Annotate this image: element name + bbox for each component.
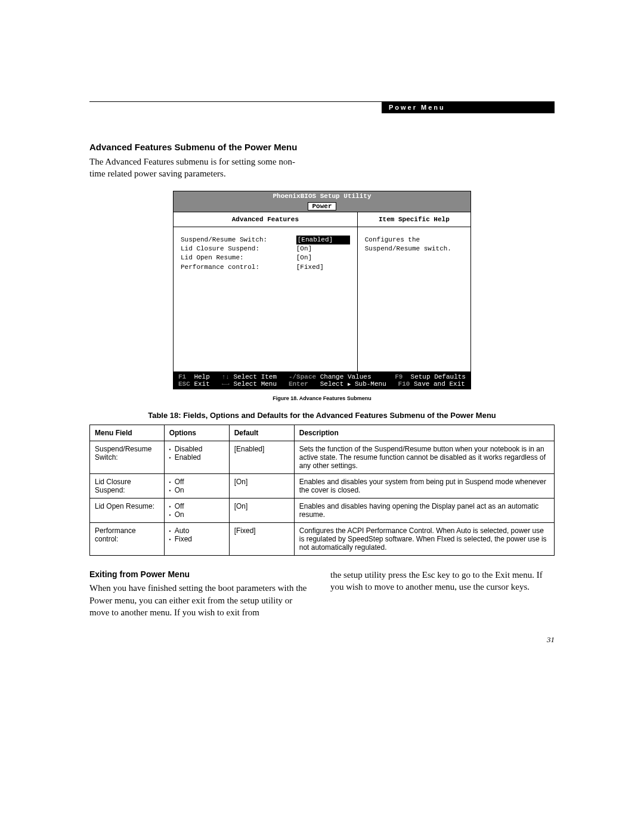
header-bar: Power Menu bbox=[382, 101, 555, 113]
bios-ft: Change Values bbox=[320, 373, 371, 380]
cell-menu: Suspend/Resume Switch: bbox=[90, 441, 165, 473]
options-table: Menu Field Options Default Description S… bbox=[89, 425, 555, 556]
bios-settings-panel: Suspend/Resume Switch: [Enabled] Lid Clo… bbox=[174, 227, 357, 371]
bios-fk-arrows-v: ↑↓ bbox=[222, 373, 230, 380]
bios-fk-f9: F9 bbox=[395, 373, 402, 380]
bios-setting-value[interactable]: [On] bbox=[296, 244, 350, 253]
section-intro: The Advanced Features submenu is for set… bbox=[89, 156, 304, 180]
bios-tab-row: Power bbox=[173, 201, 471, 212]
table-header-row: Menu Field Options Default Description bbox=[90, 425, 555, 441]
cell-menu: Lid Closure Suspend: bbox=[90, 473, 165, 498]
cell-default: [On] bbox=[229, 498, 294, 522]
table-row: Performance control: Auto Fixed [Fixed] … bbox=[90, 522, 555, 555]
bios-setting-label: Lid Closure Suspend: bbox=[181, 244, 296, 253]
th-options: Options bbox=[164, 425, 229, 441]
page-number: 31 bbox=[89, 635, 555, 645]
option-item: On bbox=[169, 510, 224, 519]
bios-ft: Select Menu bbox=[233, 380, 277, 388]
bios-setting-value[interactable]: [Enabled] bbox=[296, 236, 350, 244]
th-description: Description bbox=[294, 425, 554, 441]
bios-ft: Sub-Menu bbox=[351, 380, 386, 388]
cell-options: Auto Fixed bbox=[164, 522, 229, 555]
option-item: Off bbox=[169, 478, 224, 486]
bios-fk-esc: ESC bbox=[178, 380, 190, 388]
bios-tab-power[interactable]: Power bbox=[308, 202, 336, 210]
bios-ft: Help bbox=[194, 373, 209, 380]
bios-ft: Select bbox=[320, 380, 348, 388]
option-item: On bbox=[169, 486, 224, 494]
bios-setting-label: Performance control: bbox=[181, 263, 296, 272]
bios-left-heading: Advanced Features bbox=[174, 212, 357, 227]
cell-options: Disabled Enabled bbox=[164, 441, 229, 473]
cell-description: Enables and disables your system from be… bbox=[294, 473, 554, 498]
cell-default: [Fixed] bbox=[229, 522, 294, 555]
cell-default: [Enabled] bbox=[229, 441, 294, 473]
option-item: Off bbox=[169, 502, 224, 510]
bios-fk-arrows-h: ←→ bbox=[222, 380, 230, 388]
bios-ft: Save and Exit bbox=[414, 380, 465, 388]
table-row: Suspend/Resume Switch: Disabled Enabled … bbox=[90, 441, 555, 473]
cell-description: Sets the function of the Suspend/Resume … bbox=[294, 441, 554, 473]
cell-menu: Lid Open Resume: bbox=[90, 498, 165, 522]
option-item: Disabled bbox=[169, 445, 224, 453]
cell-default: [On] bbox=[229, 473, 294, 498]
exit-heading: Exiting from Power Menu bbox=[89, 569, 314, 580]
bios-setting-row[interactable]: Lid Open Resume: [On] bbox=[181, 253, 350, 262]
section-title: Advanced Features Submenu of the Power M… bbox=[89, 142, 555, 152]
bios-ft: Setup Defaults bbox=[411, 373, 466, 380]
cell-menu: Performance control: bbox=[90, 522, 165, 555]
cell-options: Off On bbox=[164, 498, 229, 522]
cell-description: Configures the ACPI Performance Control.… bbox=[294, 522, 554, 555]
bios-right-heading: Item Specific Help bbox=[358, 212, 470, 227]
figure-caption: Figure 18. Advance Features Submenu bbox=[89, 395, 555, 401]
bios-setting-row[interactable]: Performance control: [Fixed] bbox=[181, 263, 350, 272]
bios-window: PhoenixBIOS Setup Utility Power Advanced… bbox=[173, 191, 471, 389]
exit-col1: When you have finished setting the boot … bbox=[89, 583, 306, 617]
bios-help-text: Configures the Suspend/Resume switch. bbox=[358, 227, 470, 371]
bios-fk-f10: F10 bbox=[398, 380, 410, 388]
bios-setting-value[interactable]: [On] bbox=[296, 253, 350, 262]
bios-setting-label: Suspend/Resume Switch: bbox=[181, 236, 296, 244]
bios-fk-f1: F1 bbox=[178, 373, 186, 380]
option-item: Auto bbox=[169, 527, 224, 535]
bios-fk-enter: Enter bbox=[289, 380, 308, 388]
exit-col2: the setup utility press the Esc key to g… bbox=[330, 570, 543, 592]
bios-ft: Select Item bbox=[233, 373, 277, 380]
bios-setting-value[interactable]: [Fixed] bbox=[296, 263, 350, 272]
table-row: Lid Closure Suspend: Off On [On] Enables… bbox=[90, 473, 555, 498]
cell-description: Enables and disables having opening the … bbox=[294, 498, 554, 522]
option-item: Fixed bbox=[169, 535, 224, 543]
bios-setting-row[interactable]: Lid Closure Suspend: [On] bbox=[181, 244, 350, 253]
table-title: Table 18: Fields, Options and Defaults f… bbox=[89, 411, 555, 420]
cell-options: Off On bbox=[164, 473, 229, 498]
bios-footer: F1 Help ↑↓ Select Item -/Space Change Va… bbox=[173, 372, 471, 389]
bios-fk-space: -/Space bbox=[289, 373, 316, 380]
option-item: Enabled bbox=[169, 453, 224, 462]
th-menu: Menu Field bbox=[90, 425, 165, 441]
table-row: Lid Open Resume: Off On [On] Enables and… bbox=[90, 498, 555, 522]
bios-app-title: PhoenixBIOS Setup Utility bbox=[173, 191, 471, 201]
bios-setting-row[interactable]: Suspend/Resume Switch: [Enabled] bbox=[181, 236, 350, 244]
th-default: Default bbox=[229, 425, 294, 441]
bios-setting-label: Lid Open Resume: bbox=[181, 253, 296, 262]
bios-ft: Exit bbox=[194, 380, 209, 388]
